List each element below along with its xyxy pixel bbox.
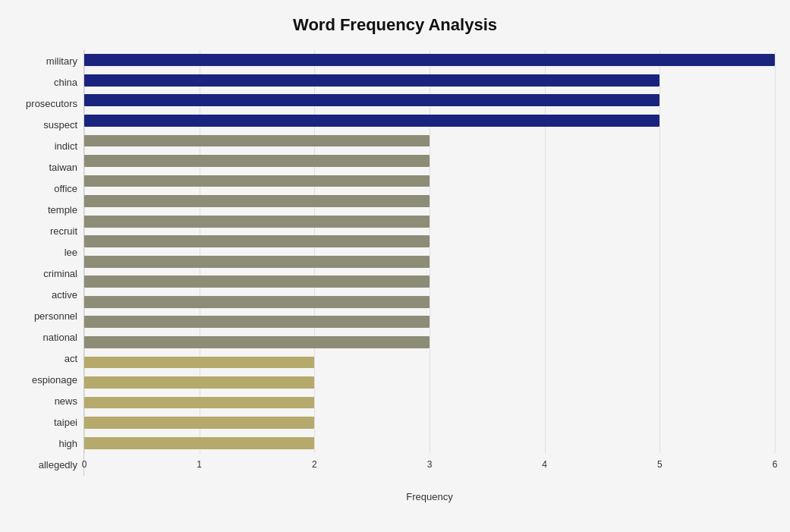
bar-row: [84, 231, 775, 252]
bar: [84, 155, 430, 167]
y-label: espionage: [32, 375, 77, 385]
bar-row: [84, 272, 775, 292]
chart-title: Word Frequency Analysis: [15, 15, 775, 35]
y-label: taipei: [54, 417, 77, 427]
bars-container: [84, 50, 775, 453]
bar-row: [84, 211, 775, 231]
x-tick-label: 0: [82, 459, 87, 470]
y-label: news: [55, 396, 77, 406]
x-tick-label: 5: [657, 459, 663, 470]
x-axis-title: Frequency: [406, 491, 452, 502]
bar-row: [84, 312, 775, 332]
grid-line: [775, 50, 776, 453]
bar: [84, 135, 430, 147]
plot-area: 0123456 Frequency: [83, 50, 775, 476]
bar: [84, 357, 314, 369]
bar: [84, 74, 659, 87]
bar: [84, 54, 775, 66]
bar: [84, 397, 314, 409]
chart-area: militarychinaprosecutorssuspectindicttai…: [15, 50, 775, 476]
x-tick-label: 2: [312, 459, 317, 470]
y-label: lee: [65, 247, 77, 257]
x-axis-labels: 0123456: [84, 453, 775, 476]
bar: [84, 437, 314, 449]
bar-row: [84, 90, 775, 111]
bar-row: [84, 50, 775, 71]
bar: [84, 417, 314, 429]
x-tick-label: 1: [197, 459, 202, 470]
y-label: personnel: [34, 311, 77, 321]
y-label: prosecutors: [26, 99, 77, 109]
bar: [84, 376, 314, 389]
y-label: suspect: [43, 120, 77, 130]
bar-row: [84, 171, 775, 191]
bar-row: [84, 413, 775, 433]
bar: [84, 195, 430, 207]
y-label: allegedly: [39, 460, 77, 470]
y-label: temple: [48, 205, 77, 215]
bar-row: [84, 292, 775, 313]
bar-row: [84, 71, 775, 91]
y-label: indict: [55, 141, 77, 151]
bar-row: [84, 111, 775, 131]
bar-row: [84, 251, 775, 272]
y-label: taiwan: [49, 162, 77, 172]
bar: [84, 275, 430, 288]
y-label: act: [65, 354, 77, 364]
bar-row: [84, 191, 775, 212]
bar: [84, 336, 430, 348]
bar-row: [84, 131, 775, 151]
y-label: military: [46, 56, 77, 66]
bar-row: [84, 352, 775, 373]
bar: [84, 115, 659, 127]
y-label: criminal: [43, 269, 77, 279]
x-tick-label: 4: [542, 459, 547, 470]
bar: [84, 296, 430, 308]
bar-row: [84, 433, 775, 453]
y-label: high: [58, 439, 77, 449]
x-tick-label: 3: [427, 459, 433, 470]
y-label: office: [54, 184, 77, 194]
chart-container: Word Frequency Analysis militarychinapro…: [0, 0, 790, 532]
x-tick-label: 6: [773, 459, 778, 470]
bar-row: [84, 332, 775, 353]
y-label: recruit: [50, 226, 77, 236]
bar: [84, 256, 430, 268]
y-label: active: [52, 290, 77, 300]
bar: [84, 175, 430, 187]
bar: [84, 316, 430, 328]
y-axis: militarychinaprosecutorssuspectindicttai…: [15, 50, 83, 476]
bar-row: [84, 392, 775, 413]
bar-row: [84, 151, 775, 172]
y-label: china: [54, 77, 77, 87]
bar: [84, 94, 659, 106]
bar: [84, 235, 430, 247]
bar-row: [84, 373, 775, 393]
y-label: national: [42, 332, 77, 342]
bar: [84, 216, 430, 228]
